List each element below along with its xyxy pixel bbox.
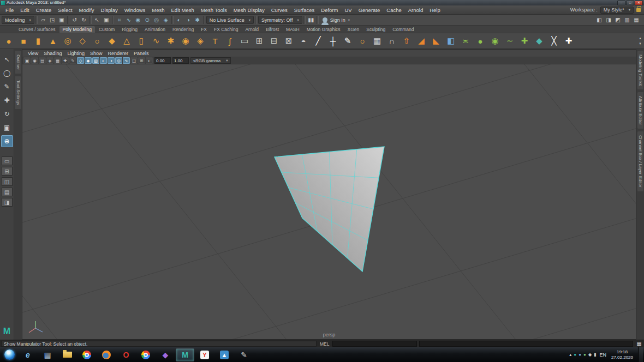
symmetry[interactable]: Symmetry: Off▾ [258,16,302,24]
two-d-pan-zoom-icon[interactable]: ✚ [62,57,69,64]
poly-disc-icon[interactable]: ○ [91,34,104,47]
scale-tool[interactable]: ▣ [1,122,13,134]
view-transform-selector[interactable]: sRGB gamma ▾ [190,57,231,64]
taskbar-item-chromium-browser[interactable] [77,348,96,361]
construction-plane-icon[interactable]: ▭ [238,34,251,47]
bevel-icon[interactable]: ◢ [415,34,428,47]
menu-select[interactable]: Select [55,7,75,13]
menu-windows[interactable]: Windows [121,7,149,13]
panel-menu-panels[interactable]: Panels [131,51,152,56]
command-line-input[interactable] [332,341,417,347]
shelf-tab-bifrost[interactable]: Bifrost [263,26,282,33]
panel-tab-channel-box-layer-editor[interactable]: Channel Box / Layer Editor [637,131,643,191]
redo-icon[interactable]: ↻ [80,16,88,25]
shelf-tab-fx-caching[interactable]: FX Caching [211,26,241,33]
taskbar-item-image-editor[interactable]: ✎ [235,348,253,361]
boolean-union-icon[interactable]: ◓ [297,34,310,47]
bridge-icon[interactable]: ∩ [385,34,398,47]
quad-draw-icon[interactable]: ✎ [341,34,354,47]
toggle-channel-box-icon[interactable]: ▥ [623,16,631,25]
tray-volume-icon[interactable]: ◆ [588,353,592,357]
menu-edit-mesh[interactable]: Edit Mesh [168,7,198,13]
extract-icon[interactable]: ⊠ [282,34,295,47]
bookmark-icon[interactable]: ◈ [46,57,53,64]
toggle-outliner-icon[interactable]: ▦ [632,16,641,25]
move-tool[interactable]: ✚ [1,94,13,106]
taskbar-item-google-chrome[interactable] [136,348,155,361]
poly-plane-icon[interactable]: ◇ [76,34,89,47]
gamma-field[interactable] [172,57,189,64]
panel-tab-outliner[interactable]: Outliner [15,51,21,74]
shelf-tab-sculpting[interactable]: Sculpting [363,26,389,33]
layout-outliner-persp[interactable]: ▤ [2,188,13,196]
shadows-icon[interactable]: ◑ [108,57,115,64]
shelf-tab-xgen[interactable]: XGen [344,26,363,33]
type-tool-icon[interactable]: T [208,34,222,47]
exposure-toggle-icon[interactable]: ◐ [146,57,153,64]
snap-to-projected-center-icon[interactable]: ⊙ [143,16,152,25]
menu-modify[interactable]: Modify [76,7,98,13]
command-line-language[interactable]: MEL [319,341,330,347]
menu-file[interactable]: File [2,7,17,13]
menu-set-selector[interactable]: Modeling▾ [2,16,34,24]
toggle-attribute-editor-icon[interactable]: ◨ [604,16,613,25]
poly-cylinder-icon[interactable]: ▮ [32,34,45,47]
shelf-tab-mash[interactable]: MASH [283,26,303,33]
shelf-tab-animation[interactable]: Animation [141,26,169,33]
save-scene-icon[interactable]: ▣ [57,16,66,25]
grease-pencil-icon[interactable]: ✎ [69,57,76,64]
image-plane-icon[interactable]: ▦ [54,57,61,64]
shaded-mode-icon[interactable]: ◆ [85,57,92,64]
shelf-tab-motion-graphics[interactable]: Motion Graphics [303,26,344,33]
shelf-tab-rigging[interactable]: Rigging [118,26,141,33]
menu-edit[interactable]: Edit [17,7,32,13]
panel-menu-shading[interactable]: Shading [41,51,64,56]
sign-in[interactable]: Sign In▾ [320,16,353,24]
camera-attributes-icon[interactable]: ▤ [39,57,46,64]
tray-maya-icon[interactable]: ● [574,353,576,357]
command-line-results[interactable] [419,341,633,347]
field-chart-icon[interactable]: ⊞ [138,57,145,64]
taskbar-item-opera[interactable]: O [117,348,135,361]
snap-to-view-plane-icon[interactable]: ◎ [152,16,161,25]
toggle-modeling-toolkit-icon[interactable]: ◧ [595,16,604,25]
wireframe-mode-icon[interactable]: ◇ [77,57,84,64]
lasso-tool[interactable]: ◯ [1,67,13,79]
soccer-ball-icon[interactable]: ◉ [179,34,192,47]
shelf-tab-rendering[interactable]: Rendering [169,26,197,33]
ipr-render-icon[interactable]: ◑ [184,16,193,25]
viewport[interactable]: persp [22,64,636,339]
tray-network-icon[interactable]: ▮ [594,353,596,357]
taskbar-item-windows-app[interactable]: ▦ [38,348,57,361]
panel-menu-renderer[interactable]: Renderer [105,51,131,56]
taskbar-item-firefox[interactable] [97,348,116,361]
taskbar-item-yandex-browser[interactable]: Y [195,348,214,361]
taskbar-item-maya[interactable]: M [176,348,194,361]
tray-antivirus-icon[interactable]: ● [583,353,586,357]
select-by-object-icon[interactable]: ▣ [102,16,111,25]
sculpt-tool-icon[interactable]: ● [474,34,487,47]
knife-tool-icon[interactable]: ╳ [547,34,560,47]
ambient-occlusion-icon[interactable]: ◎ [115,57,122,64]
pick-matrix-icon[interactable]: ▣ [23,57,31,64]
average-vertices-icon[interactable]: ≍ [459,34,472,47]
chamfer-vertex-icon[interactable]: ◣ [430,34,443,47]
camera-lock-icon[interactable]: ◉ [31,57,38,64]
relax-tool-icon[interactable]: ∼ [503,34,516,47]
taskbar-item-app-purple[interactable]: ◆ [156,348,175,361]
render-settings-icon[interactable]: ✱ [193,16,202,25]
shelf-tab-arnold[interactable]: Arnold [242,26,262,33]
smooth-tool-icon[interactable]: ◉ [488,34,502,47]
combine-icon[interactable]: ⊞ [253,34,266,47]
pause-viewport-icon[interactable]: ▮▮ [307,16,315,25]
panel-menu-lighting[interactable]: Lighting [64,51,87,56]
menu-uv[interactable]: UV [341,7,355,13]
make-live-icon[interactable]: ◈ [162,16,170,25]
circularize-icon[interactable]: ○ [356,34,369,47]
layout-persp-graph[interactable]: ◨ [2,198,13,207]
hidden-icons-icon[interactable]: ▴ [569,353,571,357]
menu-arnold[interactable]: Arnold [405,7,426,13]
super-ellipse-icon[interactable]: ◈ [194,34,207,47]
textured-mode-icon[interactable]: ▧ [92,57,99,64]
tray-update-icon[interactable]: ● [579,353,581,357]
